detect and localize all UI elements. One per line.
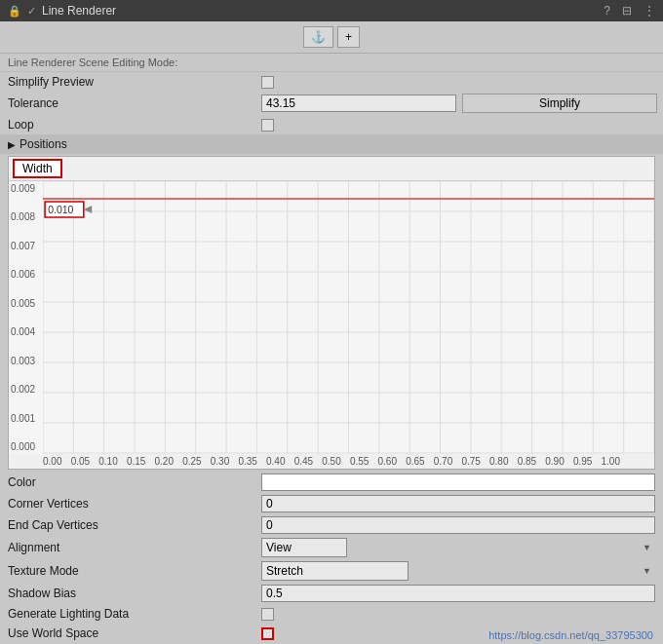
use-world-space-label: Use World Space: [8, 626, 261, 640]
alignment-row: Alignment View TransformZ: [0, 536, 663, 559]
alignment-value: View TransformZ: [261, 538, 655, 557]
settings-icon[interactable]: ⊟: [622, 4, 632, 18]
simplify-preview-checkbox[interactable]: [261, 76, 274, 89]
texture-mode-row: Texture Mode Stretch Tile DistributedPer…: [0, 559, 663, 583]
positions-section[interactable]: ▶ Positions: [0, 134, 663, 154]
scene-editing-row: Line Renderer Scene Editing Mode:: [0, 54, 663, 72]
end-cap-vertices-label: End Cap Vertices: [8, 518, 261, 532]
loop-row: Loop: [0, 115, 663, 134]
title-bar-title: Line Renderer: [42, 4, 598, 18]
color-label: Color: [8, 475, 261, 489]
end-cap-vertices-row: End Cap Vertices: [0, 514, 663, 536]
check-icon: ✓: [27, 5, 36, 18]
generate-lighting-value: [261, 608, 655, 621]
tolerance-input[interactable]: [261, 95, 456, 112]
tolerance-label: Tolerance: [8, 96, 261, 110]
use-world-space-row: Use World Space https://blog.csdn.net/qq…: [0, 624, 663, 643]
graph-svg: 0.010: [43, 181, 654, 454]
positions-label: Positions: [20, 137, 67, 151]
texture-mode-value: Stretch Tile DistributedPerSegment Repea…: [261, 561, 655, 581]
simplify-button[interactable]: Simplify: [462, 94, 657, 113]
y-axis: 0.009 0.008 0.007 0.006 0.005 0.004 0.00…: [9, 181, 43, 454]
loop-value: [261, 119, 655, 132]
anchor-icon: ⚓: [311, 30, 326, 44]
texture-mode-select[interactable]: Stretch Tile DistributedPerSegment Repea…: [261, 561, 409, 581]
title-bar: 🔒 ✓ Line Renderer ? ⊟ ⋮: [0, 0, 663, 21]
alignment-label: Alignment: [8, 541, 261, 554]
toolbar: ⚓ +: [0, 21, 663, 54]
lock-icon: 🔒: [8, 5, 21, 18]
use-world-space-checkbox[interactable]: [261, 627, 274, 640]
loop-label: Loop: [8, 118, 261, 132]
shadow-bias-input[interactable]: [261, 585, 655, 602]
simplify-preview-row: Simplify Preview: [0, 72, 663, 92]
alignment-select[interactable]: View TransformZ: [261, 538, 347, 557]
scene-editing-label: Line Renderer Scene Editing Mode:: [8, 57, 177, 68]
color-field[interactable]: [261, 474, 655, 491]
generate-lighting-checkbox[interactable]: [261, 608, 274, 621]
positions-arrow-icon: ▶: [8, 139, 16, 150]
svg-marker-34: [84, 206, 92, 213]
texture-mode-label: Texture Mode: [8, 564, 261, 578]
generate-lighting-label: Generate Lighting Data: [8, 607, 261, 621]
color-value: [261, 474, 655, 491]
loop-checkbox[interactable]: [261, 119, 274, 132]
anchor-button[interactable]: ⚓: [303, 26, 333, 48]
svg-text:0.010: 0.010: [48, 205, 73, 215]
corner-vertices-input[interactable]: [261, 495, 655, 512]
more-icon[interactable]: ⋮: [644, 4, 655, 18]
end-cap-vertices-input[interactable]: [261, 516, 655, 534]
watermark: https://blog.csdn.net/qq_33795300: [488, 629, 653, 641]
corner-vertices-label: Corner Vertices: [8, 497, 261, 511]
simplify-preview-label: Simplify Preview: [8, 75, 261, 89]
graph-plot: 0.010: [43, 181, 654, 454]
corner-vertices-value: [261, 495, 655, 512]
graph-container: Width 0.009 0.008 0.007 0.006 0.005 0.00…: [8, 156, 655, 470]
generate-lighting-row: Generate Lighting Data: [0, 604, 663, 624]
add-icon: +: [345, 30, 352, 44]
shadow-bias-value: [261, 585, 655, 602]
help-icon[interactable]: ?: [604, 4, 610, 18]
graph-body: 0.009 0.008 0.007 0.006 0.005 0.004 0.00…: [9, 181, 654, 454]
alignment-select-wrapper: View TransformZ: [261, 538, 655, 557]
end-cap-vertices-value: [261, 516, 655, 534]
tolerance-value: Simplify: [261, 94, 657, 113]
graph-header: Width: [9, 157, 654, 181]
tolerance-row: Tolerance Simplify: [0, 92, 663, 115]
texture-mode-select-wrapper: Stretch Tile DistributedPerSegment Repea…: [261, 561, 655, 581]
add-button[interactable]: +: [337, 26, 360, 48]
simplify-preview-value: [261, 76, 655, 89]
width-tab[interactable]: Width: [13, 159, 62, 178]
color-row: Color: [0, 472, 663, 493]
shadow-bias-label: Shadow Bias: [8, 587, 261, 600]
shadow-bias-row: Shadow Bias: [0, 583, 663, 604]
x-axis: 0.00 0.05 0.10 0.15 0.20 0.25 0.30 0.35 …: [9, 454, 654, 469]
corner-vertices-row: Corner Vertices: [0, 493, 663, 514]
